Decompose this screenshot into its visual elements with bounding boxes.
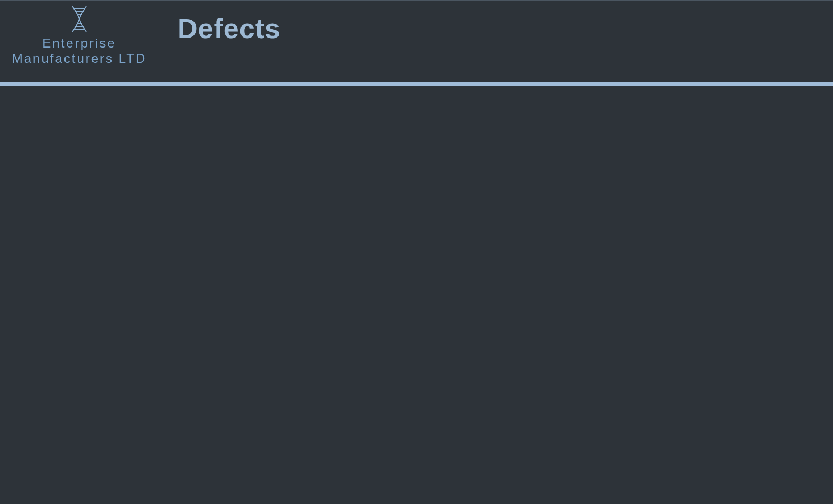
- company-name: Enterprise Manufacturers LTD: [12, 36, 147, 67]
- company-logo: Enterprise Manufacturers LTD: [0, 1, 159, 71]
- header: Enterprise Manufacturers LTD Defects: [0, 0, 833, 82]
- page-title: Defects: [178, 13, 281, 44]
- main-content: [0, 86, 833, 504]
- dna-icon: [66, 5, 92, 33]
- company-name-line1: Enterprise: [12, 36, 147, 51]
- company-name-line2: Manufacturers LTD: [12, 51, 147, 67]
